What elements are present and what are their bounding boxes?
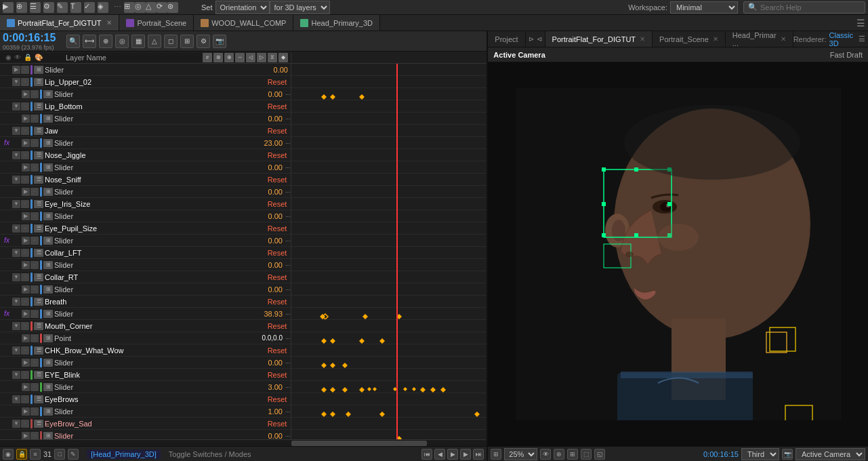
view-options-icon[interactable]: 👁 — [540, 449, 551, 460]
comp-btn[interactable]: □ — [54, 449, 65, 460]
keyframe-diamond[interactable] — [330, 338, 335, 344]
kf-small[interactable] — [359, 387, 365, 393]
tabs-menu-icon[interactable]: ☰ — [856, 18, 865, 28]
comp-tab-head-primary[interactable]: Head_Primar ... ✕ — [726, 31, 793, 47]
expand-icon[interactable]: ▼ — [12, 200, 20, 208]
guide-btn[interactable]: ▦ — [131, 35, 145, 48]
expand-icon[interactable]: ▼ — [12, 346, 20, 355]
toolbar-icon-13[interactable]: ⊛ — [167, 2, 178, 13]
expand-icon[interactable]: ▼ — [12, 298, 20, 306]
expand-icon[interactable]: ▼ — [12, 78, 20, 86]
kf[interactable] — [321, 387, 327, 393]
last-frame-btn[interactable]: ⏭ — [473, 449, 484, 460]
snap-btn[interactable]: ◎ — [115, 35, 129, 48]
tab-portraitflat[interactable]: PortraitFlat_For_DIGTUT ✕ — [0, 15, 119, 31]
keyframe-diamond[interactable] — [359, 94, 365, 100]
solo-dot[interactable]: · — [30, 334, 39, 342]
expand-icon[interactable]: ▶ — [22, 212, 30, 220]
render-btn[interactable]: ⊞ — [180, 35, 194, 48]
timeline-hscroll[interactable] — [0, 439, 487, 446]
comp-tab-portraitflat[interactable]: PortraitFlat_For_DIGTUT ✕ — [545, 31, 653, 47]
kf[interactable] — [330, 412, 335, 417]
solo-dot[interactable]: · — [21, 224, 29, 233]
first-frame-btn[interactable]: ⏮ — [421, 449, 432, 460]
solo-dot[interactable]: · — [30, 188, 39, 196]
solo-dot[interactable]: · — [21, 249, 29, 257]
kf[interactable] — [430, 387, 436, 393]
layer-value[interactable]: 0.00 — [251, 115, 285, 123]
move-anchor-btn[interactable]: ⟷ — [83, 35, 96, 48]
solo-dot[interactable]: · — [30, 310, 39, 318]
mask-btn[interactable]: △ — [148, 35, 161, 48]
toolbar-icon-9[interactable]: ⊞ — [124, 2, 135, 13]
kf[interactable] — [440, 387, 446, 393]
expand-icon[interactable]: ▼ — [12, 224, 20, 233]
search-help-field[interactable]: 🔍 — [743, 1, 865, 14]
expand-all-icon[interactable]: ≡ — [30, 449, 41, 460]
layer-value[interactable]: 0.00 — [251, 261, 285, 269]
for3d-dropdown[interactable]: for 3D layers — [270, 1, 330, 14]
out-icon[interactable]: ▷ — [257, 53, 266, 62]
layer-value[interactable]: 0.00 — [251, 285, 285, 294]
tab-head-primary[interactable]: Head_Primary_3D — [293, 15, 379, 31]
solo-dot[interactable]: · — [30, 407, 39, 416]
solo-dot[interactable]: · — [30, 237, 39, 245]
parent-col-icon[interactable]: ⊕ — [224, 53, 234, 62]
keyframe-diamond[interactable] — [321, 338, 327, 344]
reset-btn[interactable]: Reset — [264, 273, 291, 281]
reset-btn[interactable]: Reset — [264, 395, 291, 403]
color-icon[interactable]: 🎨 — [35, 54, 43, 61]
comp-close-btn[interactable]: ✕ — [640, 35, 645, 43]
next-frame-btn[interactable]: ▶ — [460, 449, 471, 460]
keyframe-diamond[interactable] — [321, 363, 327, 368]
keyframe-diamond[interactable] — [379, 338, 385, 344]
expand-icon[interactable]: ▼ — [12, 151, 20, 159]
solo-dot[interactable]: · — [30, 139, 39, 147]
expand-icon[interactable]: ▶ — [22, 432, 30, 440]
solo-dot[interactable]: · — [21, 78, 29, 86]
expand-icon[interactable]: ▶ — [22, 163, 30, 172]
reset-btn[interactable]: Reset — [264, 127, 291, 135]
dur-icon[interactable]: ⧖ — [268, 53, 277, 62]
layer-value[interactable]: 0.00 — [257, 66, 291, 74]
layer-value[interactable]: 0.00 — [251, 432, 285, 440]
lock-icon[interactable]: 🔒 — [24, 54, 32, 61]
solo-dot[interactable]: · — [21, 346, 29, 355]
solo-dot[interactable]: · — [30, 212, 39, 220]
active-camera-dropdown[interactable]: Active Camera — [795, 448, 865, 460]
expand-icon[interactable]: ▶ — [22, 115, 30, 123]
expand-icon[interactable]: ▼ — [12, 395, 20, 403]
transparency-icon[interactable]: ⬚ — [581, 449, 592, 460]
reset-btn[interactable]: Reset — [264, 224, 291, 233]
reset-btn[interactable]: Reset — [264, 322, 291, 330]
expand-icon[interactable]: ▼ — [12, 322, 20, 330]
comp-switch-icon[interactable]: ⊳ ⊲ — [526, 31, 545, 47]
layer-value[interactable]: 0.00 — [251, 188, 285, 196]
keyframe-diamond[interactable] — [321, 94, 327, 100]
motion-btn[interactable]: ⚙ — [197, 35, 210, 48]
tab-close-1[interactable]: ✕ — [106, 19, 112, 26]
reset-btn[interactable]: Reset — [264, 298, 291, 306]
solo-toggle-icon[interactable]: ◉ — [3, 449, 14, 460]
layer-value[interactable]: 0.00 — [251, 359, 285, 367]
solo-dot[interactable]: · — [21, 151, 29, 159]
lock-icon[interactable]: 🔒 — [16, 449, 27, 460]
solo-dot[interactable]: · — [30, 115, 39, 123]
zoom-dropdown[interactable]: 25% — [504, 448, 537, 460]
reset-btn[interactable]: Reset — [264, 151, 291, 159]
toolbar-icon-8[interactable]: ◈ — [98, 2, 108, 13]
comp-options-icon[interactable]: ☰ — [859, 35, 865, 43]
expand-icon[interactable]: ▶ — [22, 334, 30, 342]
solo-dot[interactable]: · — [21, 127, 29, 135]
comp-tab-portrait-scene[interactable]: Portrait_Scene ✕ — [653, 31, 726, 47]
stretch-icon[interactable]: ↔ — [235, 53, 245, 62]
play-btn[interactable]: ▶ — [447, 449, 458, 460]
reset-btn[interactable]: Reset — [264, 78, 291, 86]
kf-small[interactable] — [412, 387, 416, 391]
solo-dot[interactable]: · — [21, 298, 29, 306]
solo-dot[interactable]: · — [21, 66, 29, 74]
layer-value[interactable]: 0.0,0.0 — [251, 334, 285, 342]
reset-btn[interactable]: Reset — [264, 420, 291, 428]
switches-icon[interactable]: # — [203, 53, 212, 62]
layer-value[interactable]: 0.00 — [251, 237, 285, 245]
